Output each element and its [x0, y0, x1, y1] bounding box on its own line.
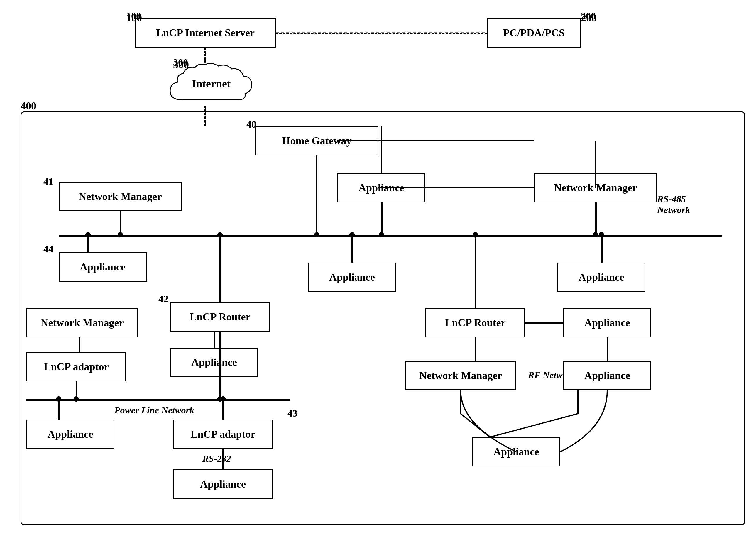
appliance-43-bottom-label: Appliance [200, 478, 246, 490]
dot-lncprouter-right [473, 232, 478, 237]
power-line-bus [26, 399, 290, 401]
nm-left-label: Network Manager [41, 317, 124, 329]
appliance-44-box: Appliance [59, 252, 147, 282]
dot-appliance44 [85, 232, 91, 237]
appliance-rf-mid-label: Appliance [584, 369, 630, 382]
network-manager-41-box: Network Manager [59, 182, 182, 211]
network-manager-rf-box: Network Manager [405, 361, 516, 390]
v-nm41-to-bus [120, 211, 121, 235]
dot-nm-right-bus [593, 232, 598, 237]
v-bus-lncprouter-right [475, 235, 477, 308]
lncp-router-right-box: LnCP Router [425, 308, 525, 337]
home-gateway-label: Home Gateway [282, 135, 352, 147]
v-bus-appliance-tr [601, 235, 603, 263]
v-plbus-ap1 [59, 399, 60, 419]
lncp-server-box: LnCP Internet Server [135, 18, 276, 48]
label-43: 43 [287, 408, 297, 419]
appliance-power1-box: Appliance [26, 419, 115, 449]
appliance-top-center-box: Appliance [337, 173, 425, 202]
lncp-router-right-label: LnCP Router [445, 317, 506, 329]
appliance-rf-mid-box: Appliance [563, 361, 651, 390]
v-aprf-top-mid [607, 337, 608, 361]
appliance-top-right-label: Appliance [578, 271, 624, 284]
v-lncpadaptor43-appliance [223, 449, 224, 469]
diagram: 400 100 LnCP Internet Server 200 PC/PDA/… [0, 0, 756, 536]
lncp-router-42-box: LnCP Router [170, 302, 270, 331]
dot-lncprouter42 [217, 232, 223, 237]
appliance-center-box: Appliance [308, 263, 396, 292]
dot-appliance-center [349, 232, 355, 237]
v-lncpr-right-nmrf [475, 337, 477, 361]
appliance-top-center-label: Appliance [358, 182, 404, 194]
v-nm-right-bus [596, 202, 597, 235]
dot-lncpadaptor-plbus [74, 396, 79, 402]
pc-pda-label: PC/PDA/PCS [503, 27, 565, 39]
appliance-center-label: Appliance [329, 271, 375, 284]
nm-rf-label: Network Manager [419, 369, 502, 382]
dot-nm41-bus [117, 232, 123, 237]
lncp-adaptor-left-box: LnCP adaptor [26, 352, 126, 382]
appliance-lncp-router-42-box: Appliance [170, 348, 258, 377]
network-manager-left-box: Network Manager [26, 308, 138, 337]
dashed-line-top [276, 33, 487, 34]
label-100-top: 100 [126, 12, 142, 24]
network-manager-top-right-box: Network Manager [534, 173, 657, 202]
dot-plbus-ap1 [56, 396, 61, 402]
appliance-lncp-r42-label: Appliance [191, 356, 237, 368]
nm-41-label: Network Manager [79, 190, 162, 203]
v-dot-server-internet [205, 48, 206, 63]
power-line-network-label: Power Line Network [115, 405, 194, 416]
home-gateway-box: Home Gateway [255, 126, 378, 155]
rf-connections-svg [405, 390, 610, 469]
label-40: 40 [247, 119, 256, 130]
v-lncpr42-plbus [220, 331, 221, 399]
appliance-43-bottom-box: Appliance [173, 469, 273, 499]
appliance-power1-label: Appliance [48, 428, 93, 440]
appliance-top-right-box: Appliance [557, 263, 645, 292]
rs232-label: RS-232 [202, 453, 231, 464]
h-lncpr-right-appliance-rf-top [525, 323, 563, 324]
appliance-44-label: Appliance [80, 261, 125, 273]
rs485-label: RS-485 Network [657, 194, 690, 215]
appliance-rf-top-label: Appliance [584, 317, 630, 329]
v-plbus-lncpadaptor43 [223, 399, 224, 419]
label-41: 41 [44, 176, 53, 187]
label-42: 42 [158, 293, 168, 305]
lncp-adaptor-43-box: LnCP adaptor [173, 419, 273, 449]
pc-pda-box: PC/PDA/PCS [487, 18, 581, 48]
v-bus-lncprouter42 [220, 235, 221, 302]
label-300-cloud: 300 [173, 59, 189, 71]
lncp-router-42-label: LnCP Router [190, 311, 250, 323]
lncp-server-label: LnCP Internet Server [156, 27, 255, 39]
v-hg-to-bus [316, 155, 317, 235]
lncp-adaptor-left-label: LnCP adaptor [44, 360, 109, 373]
nm-top-right-label: Network Manager [554, 182, 637, 194]
v-bus-appliance-center [352, 235, 353, 263]
v-nm-left-lncpadaptor [79, 337, 81, 352]
v-dot-internet-rect [205, 106, 206, 126]
label-400: 400 [20, 100, 36, 112]
internet-label: Internet [192, 77, 231, 90]
lncp-adaptor-43-label: LnCP adaptor [190, 428, 255, 440]
v-lncpr42-appliance [214, 331, 215, 348]
dot-appliance-tr [599, 232, 604, 237]
v-appliance-tc-bus [381, 202, 382, 235]
label-200-top: 200 [581, 12, 597, 24]
v-bus-appliance44 [88, 235, 89, 252]
main-bus-line [59, 235, 722, 237]
label-44: 44 [44, 244, 53, 255]
appliance-rf-top-box: Appliance [563, 308, 651, 337]
dot-plbus-lncpadaptor43 [220, 396, 226, 402]
dot-appliance-tc-bus [379, 232, 384, 237]
